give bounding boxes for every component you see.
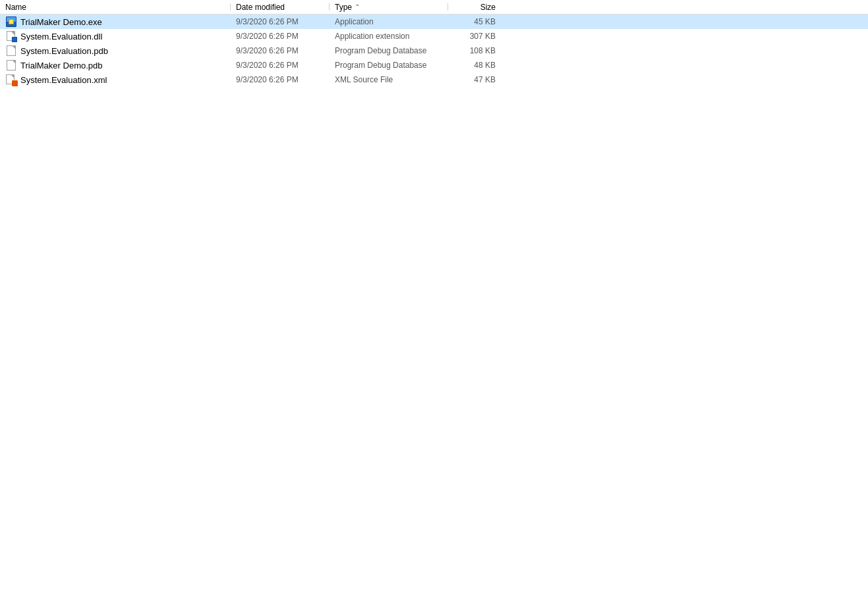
xml-icon bbox=[5, 74, 17, 85]
file-name-cell: System.Evaluation.xml bbox=[0, 72, 231, 87]
exe-icon bbox=[5, 16, 17, 27]
table-row[interactable]: System.Evaluation.dll9/3/2020 6:26 PMApp… bbox=[0, 29, 868, 43]
file-type-cell: Program Debug Database bbox=[330, 43, 448, 58]
file-date-cell: 9/3/2020 6:26 PM bbox=[231, 43, 330, 58]
column-header-name[interactable]: Name bbox=[0, 1, 231, 13]
file-name-text: System.Evaluation.pdb bbox=[20, 46, 108, 56]
file-list: Name Date modified Type ⌃ Size TrialMake… bbox=[0, 0, 868, 87]
file-icon bbox=[5, 45, 17, 56]
file-date-cell: 9/3/2020 6:26 PM bbox=[231, 58, 330, 72]
file-type-cell: XML Source File bbox=[330, 72, 448, 87]
column-type-label: Type bbox=[335, 3, 352, 12]
file-rows-container: TrialMaker Demo.exe9/3/2020 6:26 PMAppli… bbox=[0, 14, 868, 87]
file-name-cell: System.Evaluation.dll bbox=[0, 29, 231, 43]
column-size-label: Size bbox=[480, 3, 496, 12]
table-row[interactable]: System.Evaluation.xml9/3/2020 6:26 PMXML… bbox=[0, 72, 868, 87]
dll-icon bbox=[5, 31, 17, 42]
file-size-cell: 108 KB bbox=[448, 43, 501, 58]
file-name-text: TrialMaker Demo.pdb bbox=[20, 61, 103, 70]
file-date-cell: 9/3/2020 6:26 PM bbox=[231, 72, 330, 87]
table-row[interactable]: System.Evaluation.pdb9/3/2020 6:26 PMPro… bbox=[0, 43, 868, 58]
file-name-text: System.Evaluation.xml bbox=[20, 75, 107, 85]
column-name-label: Name bbox=[5, 3, 26, 12]
file-name-cell: TrialMaker Demo.pdb bbox=[0, 58, 231, 72]
sort-arrow-icon: ⌃ bbox=[355, 3, 360, 11]
file-type-cell: Application extension bbox=[330, 29, 448, 43]
column-date-label: Date modified bbox=[236, 3, 285, 12]
file-date-cell: 9/3/2020 6:26 PM bbox=[231, 14, 330, 29]
file-name-cell: TrialMaker Demo.exe bbox=[0, 14, 231, 29]
file-type-cell: Program Debug Database bbox=[330, 58, 448, 72]
file-name-text: System.Evaluation.dll bbox=[20, 32, 102, 42]
file-type-cell: Application bbox=[330, 14, 448, 29]
file-size-cell: 45 KB bbox=[448, 14, 501, 29]
file-name-cell: System.Evaluation.pdb bbox=[0, 43, 231, 58]
file-icon bbox=[5, 60, 17, 70]
file-explorer: Name Date modified Type ⌃ Size TrialMake… bbox=[0, 0, 868, 612]
column-header-date[interactable]: Date modified bbox=[231, 1, 330, 13]
table-row[interactable]: TrialMaker Demo.exe9/3/2020 6:26 PMAppli… bbox=[0, 14, 868, 29]
column-header-size[interactable]: Size bbox=[448, 1, 501, 13]
table-row[interactable]: TrialMaker Demo.pdb9/3/2020 6:26 PMProgr… bbox=[0, 58, 868, 72]
file-name-text: TrialMaker Demo.exe bbox=[20, 17, 102, 27]
file-size-cell: 307 KB bbox=[448, 29, 501, 43]
file-size-cell: 47 KB bbox=[448, 72, 501, 87]
file-date-cell: 9/3/2020 6:26 PM bbox=[231, 29, 330, 43]
column-headers: Name Date modified Type ⌃ Size bbox=[0, 0, 868, 14]
column-header-type[interactable]: Type ⌃ bbox=[330, 1, 448, 13]
file-size-cell: 48 KB bbox=[448, 58, 501, 72]
